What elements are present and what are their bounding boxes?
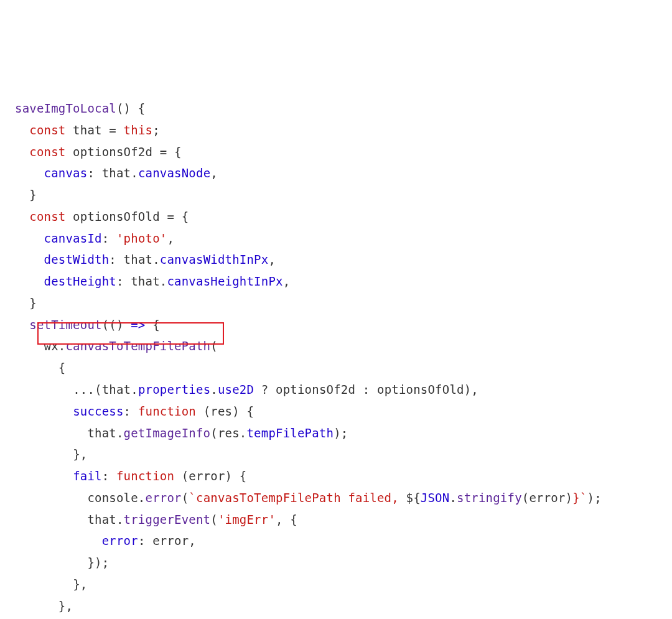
code-token: 'photo' bbox=[116, 231, 167, 245]
code-token: const bbox=[29, 210, 65, 223]
code-token: destHeight bbox=[44, 274, 116, 288]
code-token: 'imgErr' bbox=[218, 513, 276, 526]
code-token: error bbox=[146, 491, 182, 505]
code-token: const bbox=[29, 145, 65, 159]
code-token: }` bbox=[572, 491, 587, 505]
code-token: canvasHeightInPx bbox=[167, 274, 282, 288]
code-token: canvasNode bbox=[138, 166, 210, 180]
code-token: success bbox=[73, 404, 123, 418]
code-token: getImageInfo bbox=[124, 426, 211, 440]
code-token: properties bbox=[138, 383, 210, 396]
code-token: fail bbox=[73, 469, 102, 483]
code-token: saveImgToLocal bbox=[15, 101, 116, 115]
code-token: stringify bbox=[457, 491, 522, 505]
code-token: canvas bbox=[44, 166, 88, 180]
code-token: () { bbox=[116, 101, 146, 115]
code-token: canvasWidthInPx bbox=[160, 253, 269, 266]
code-token: `canvasToTempFilePath failed, bbox=[189, 491, 406, 505]
code-token: canvasId bbox=[44, 231, 102, 245]
code-token: error bbox=[102, 534, 138, 547]
code-token: function bbox=[138, 404, 196, 418]
code-token: destWidth bbox=[44, 253, 110, 266]
code-token: triggerEvent bbox=[124, 513, 211, 526]
code-token: function bbox=[116, 469, 174, 483]
code-token: use2D bbox=[218, 383, 254, 396]
code-token: setTimeout bbox=[29, 318, 101, 332]
code-block: saveImgToLocal() { const that = this; co… bbox=[15, 98, 672, 619]
code-token: JSON bbox=[421, 491, 450, 505]
code-token: const bbox=[29, 123, 65, 137]
code-token: this bbox=[124, 123, 153, 137]
code-token: ${ bbox=[406, 491, 421, 505]
code-token: => bbox=[131, 318, 145, 332]
code-token: tempFilePath bbox=[246, 426, 334, 440]
code-token: canvasToTempFilePath bbox=[65, 339, 210, 353]
